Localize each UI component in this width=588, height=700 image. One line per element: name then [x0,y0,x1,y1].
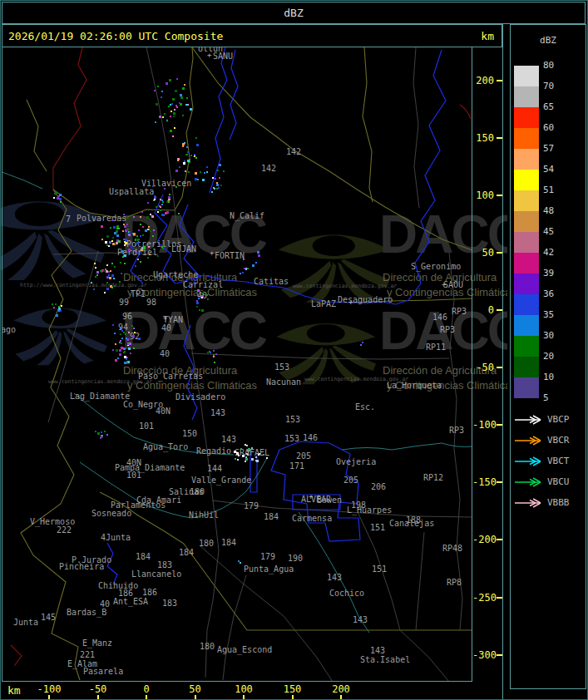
radar-echo-pixel [133,233,136,235]
radar-echo-pixel [201,295,203,297]
radar-echo-pixel [116,349,118,352]
radar-echo-pixel [216,184,219,186]
radar-echo-pixel [190,155,192,156]
radar-echo-pixel [154,199,156,200]
radar-echo-pixel [202,179,205,181]
radar-echo-pixel [117,357,119,359]
radar-echo-pixel [116,228,118,229]
radar-echo-pixel [197,289,200,292]
y-axis-tick-label: -50 [472,362,494,373]
radar-echo-pixel [123,332,125,333]
radar-echo-pixel [95,267,96,269]
radar-echo-pixel [127,343,129,345]
radar-echo-pixel [151,215,154,218]
dbz-scale-value: 10 [543,372,563,382]
radar-echo-pixel [197,179,199,180]
x-axis-tick-mark [340,695,342,700]
x-axis-unit-label: km [7,684,21,697]
radar-echo-pixel [172,98,175,101]
radar-echo-pixel [201,297,203,298]
radar-echo-pixel [116,234,119,237]
radar-echo-pixel [114,333,116,334]
radar-echo-pixel [114,266,116,268]
radar-echo-pixel [140,235,141,237]
radar-echo-pixel [95,276,96,278]
radar-echo-pixel [187,104,189,106]
radar-echo-pixel [52,303,53,305]
radar-echo-pixel [106,282,108,283]
dbz-scale-value: 36 [543,288,563,299]
radar-echo-pixel [154,195,156,197]
radar-echo-pixel [178,213,180,214]
radar-echo-pixel [130,352,131,354]
radar-echo-pixel [143,247,146,249]
radar-echo-pixel [194,154,195,155]
radar-echo-pixel [195,172,197,175]
radar-echo-pixel [110,227,111,229]
radar-echo-pixel [129,231,131,233]
radar-echo-pixel [60,310,62,312]
radar-echo-pixel [94,263,96,264]
radar-echo-pixel [164,113,166,115]
radar-echo-pixel [202,293,204,294]
y-axis-tick-label: -150 [472,476,494,488]
radar-echo-pixel [173,116,175,117]
radar-echo-pixel [175,186,177,188]
radar-echo-pixel [235,458,236,460]
radar-echo-pixel [122,230,124,232]
radar-echo-pixel [153,200,155,201]
radar-echo-pixel [173,112,175,115]
radar-echo-pixel [362,342,363,343]
radar-echo-pixel [246,445,248,446]
radar-echo-pixel [255,456,257,458]
radar-echo-pixel [96,274,98,276]
radar-echo-pixel [142,234,144,236]
radar-echo-pixel [61,305,62,307]
radar-echo-pixel [213,350,215,352]
radar-echo-pixel [101,271,102,273]
radar-echo-pixel [93,288,95,290]
radar-echo-pixel [198,298,200,299]
radar-echo-pixel [121,273,122,274]
radar-echo-pixel [219,177,220,179]
radar-echo-pixel [162,201,164,203]
radar-echo-pixel [119,281,121,283]
dbz-scale-block [514,315,539,336]
dbz-scale-value: 45 [543,226,563,237]
radar-echo-pixel [124,241,126,243]
radar-echo-pixel [150,230,151,232]
radar-echo-pixel [119,349,121,352]
dbz-scale-block [514,170,539,190]
radar-echo-pixel [251,458,254,461]
radar-echo-pixel [128,332,130,333]
radar-echo-pixel [196,300,198,302]
dbz-scale-block [514,86,539,107]
radar-echo-pixel [170,104,171,106]
y-axis-tick-label: -250 [472,592,494,604]
x-axis-tick-label: 200 [324,683,358,695]
radar-echo-pixel [162,248,164,249]
radar-echo-pixel [60,201,62,203]
radar-echo-pixel [148,226,150,228]
dbz-scale-value: 20 [543,351,563,362]
radar-echo-pixel [165,212,167,214]
radar-echo-pixel [57,197,59,200]
radar-echo-pixel [123,352,125,353]
radar-echo-pixel [124,225,126,228]
radar-echo-pixel [101,431,102,433]
radar-echo-pixel [123,214,125,215]
y-axis-tick-label: 0 [472,304,494,316]
dbz-scale-value: 39 [543,268,563,279]
dbz-scale-block [514,107,539,128]
radar-echo-pixel [244,268,245,269]
radar-echo-pixel [115,343,116,345]
radar-echo-pixel [110,270,111,272]
vector-label: VBCP [547,414,570,425]
title-bar: dBZ [2,2,586,24]
radar-echo-pixel [126,217,129,219]
dbz-scale-block [514,232,539,253]
dbz-scale-block [514,128,539,149]
radar-echo-pixel [245,456,247,458]
radar-echo-pixel [147,229,149,230]
radar-echo-pixel [113,226,116,229]
